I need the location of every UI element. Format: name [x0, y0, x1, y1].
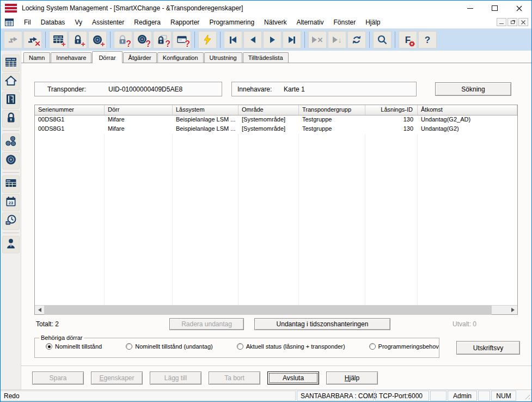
column-omrade[interactable]: Område [239, 105, 299, 115]
last-record-button[interactable] [283, 31, 301, 48]
new-transponder-button[interactable]: + [88, 31, 107, 48]
first-record-button[interactable] [224, 31, 242, 48]
gear-icon [409, 41, 415, 47]
clock-icon [5, 214, 17, 228]
radio-nominal-state-exception[interactable]: Nominellt tillstånd (undantag) [126, 343, 212, 350]
menu-item-alternativ[interactable]: Alternativ [291, 17, 328, 28]
exit-button[interactable]: Avsluta [267, 371, 319, 385]
mdi-minimize-button[interactable] [497, 18, 506, 26]
door-icon [5, 93, 17, 107]
scroll-right-arrow[interactable] [508, 306, 517, 315]
scroll-left-arrow[interactable] [35, 306, 44, 315]
read-lock-button[interactable]: ? [114, 31, 132, 48]
app-logo-icon [5, 4, 17, 13]
tab-namn[interactable]: Namn [23, 52, 50, 63]
next-record-button[interactable] [263, 31, 282, 48]
menu-item-fil[interactable]: Fil [19, 17, 36, 28]
column-atkomst[interactable]: Åtkomst [418, 105, 517, 115]
column-dorr[interactable]: Dörr [105, 105, 173, 115]
timezone-exception-button[interactable]: Undantag i tidszonshanteringen [254, 318, 390, 330]
minimize-button[interactable] [458, 1, 482, 16]
sidebar-item-areas[interactable] [2, 73, 20, 90]
mdi-restore-button[interactable] [507, 18, 517, 26]
tab-utrustning[interactable]: Utrustning [204, 52, 242, 63]
menu-item-databas[interactable]: Databas [36, 17, 70, 28]
column-lassystem[interactable]: Låssystem [173, 105, 239, 115]
column-serienummer[interactable]: Serienummer [35, 105, 105, 115]
sidebar-item-persons[interactable] [2, 236, 20, 253]
column-lasnings-id[interactable]: Låsnings-ID [365, 105, 418, 115]
window-title: Locking System Management - [SmartXChang… [22, 4, 243, 12]
menu-item-redigera[interactable]: Redigera [129, 17, 166, 28]
menu-item-programmering[interactable]: Programmering [204, 17, 259, 28]
read-transponder-button[interactable]: ? [133, 31, 152, 48]
maximize-button[interactable] [482, 1, 507, 16]
read-g1-card-button[interactable]: ? [173, 31, 191, 48]
search-doors-button[interactable]: Sökning [435, 82, 511, 96]
new-locking-system-button[interactable]: + [49, 31, 68, 48]
column-transpondergrupp[interactable]: Transpondergrupp [299, 105, 365, 115]
sidebar-item-transponders[interactable] [2, 152, 20, 169]
cell-transpondergrupp: Testgruppe [299, 115, 365, 125]
tab-dorrar[interactable]: Dörrar [92, 51, 122, 63]
help-button[interactable]: ? [418, 31, 437, 48]
log-off-button[interactable]: ✕ [23, 31, 42, 48]
table-header: Serienummer Dörr Låssystem Område Transp… [35, 105, 517, 115]
sidebar-item-timezone-plan[interactable]: 23 [2, 194, 20, 211]
menu-item-vy[interactable]: Vy [70, 17, 87, 28]
cancel-record-icon: ✕ [312, 36, 323, 44]
table-row[interactable]: 00DS8G1 Mifare Beispielanlage LSM ... [S… [35, 115, 517, 125]
menu-item-assistenter[interactable]: Assistenter [87, 17, 129, 28]
status-com-port: SANTABARBARA : COM3 [297, 391, 374, 401]
tab-atgarder[interactable]: Åtgärder [123, 52, 157, 63]
radio-icon [126, 343, 132, 350]
menu-item-rapporter[interactable]: Rapporter [166, 17, 204, 28]
sidebar-item-matrix[interactable] [2, 175, 20, 193]
radio-icon [46, 343, 52, 350]
selected-count-label: Utvalt: 0 [452, 320, 476, 328]
menu-item-natverk[interactable]: Nätverk [259, 17, 291, 28]
last-record-icon [289, 36, 295, 44]
horizontal-scrollbar[interactable] [35, 305, 517, 314]
previous-record-button[interactable] [243, 31, 262, 48]
matrix-icon [5, 177, 17, 191]
status-bar: Redo SANTABARBARA : COM3 TCP-Port:6000 A… [1, 389, 531, 401]
print-view-button[interactable]: Utskriftsvy [456, 341, 520, 355]
tab-konfiguration[interactable]: Konfiguration [157, 52, 204, 63]
menu-item-fonster[interactable]: Fönster [328, 17, 360, 28]
read-badge: ? [165, 40, 170, 48]
program-button[interactable] [198, 31, 217, 48]
tab-innehavare[interactable]: Innehavare [51, 52, 91, 63]
mdi-close-button[interactable] [518, 18, 528, 26]
app-window: Locking System Management - [SmartXChang… [0, 0, 532, 402]
filter-button[interactable]: F [399, 31, 417, 48]
radio-nominal-state[interactable]: Nominellt tillstånd [46, 343, 102, 350]
close-button[interactable] [507, 1, 531, 16]
radio-programming-need[interactable]: Programmeringsbehov [369, 343, 439, 350]
client-area: 23 Namn Innehavare Dörrar Åt [1, 51, 531, 391]
radio-label: Programmeringsbehov [378, 343, 439, 350]
sidebar-item-doors[interactable] [2, 92, 20, 109]
toolbar-separator [110, 32, 111, 48]
help-dialog-button[interactable]: Hjälp [326, 371, 378, 385]
read-mifare-lock-button[interactable]: ? [153, 31, 172, 48]
radio-actual-status[interactable]: Aktuell status (låsning + transponder) [237, 343, 345, 350]
add-button: Lägg till [150, 371, 201, 385]
new-lock-button[interactable]: + [69, 31, 87, 48]
sidebar-item-time-groups[interactable] [2, 212, 20, 230]
table-row[interactable]: 00DS8G1 Mifare Beispielanlage LSM ... [S… [35, 125, 517, 134]
refresh-button[interactable] [347, 31, 366, 48]
menu-item-hjalp[interactable]: Hjälp [360, 17, 385, 28]
toolbar-separator [304, 32, 305, 48]
search-button[interactable] [373, 31, 392, 48]
sidebar-item-transponder-groups[interactable] [2, 133, 20, 151]
resize-grip[interactable] [517, 391, 531, 401]
sidebar-separator [3, 172, 19, 173]
search-icon [377, 34, 388, 45]
tab-tilltradeslista[interactable]: Tillträdeslista [243, 52, 289, 63]
scrollbar-thumb[interactable] [44, 306, 492, 315]
toolbar-separator [194, 32, 195, 48]
menu-bar: Fil Databas Vy Assistenter Redigera Rapp… [1, 16, 531, 29]
sidebar-item-locking-plan[interactable] [2, 54, 20, 72]
sidebar-item-locks[interactable] [2, 110, 20, 127]
